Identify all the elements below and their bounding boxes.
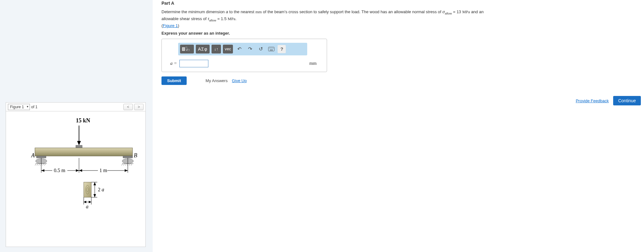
svg-rect-33 <box>84 182 91 197</box>
svg-point-53 <box>273 48 274 48</box>
continue-button[interactable]: Continue <box>613 96 641 105</box>
svg-point-51 <box>270 48 271 48</box>
svg-marker-43 <box>89 201 91 203</box>
point-b-label: B <box>134 152 137 159</box>
left-pane: Figure 1 of 1 < > 15 kN <box>0 0 153 252</box>
svg-text:√□: √□ <box>186 48 189 52</box>
svg-line-17 <box>123 164 125 165</box>
subscript-button[interactable]: ↓↑ <box>212 45 221 53</box>
svg-rect-3 <box>35 148 133 156</box>
svg-line-16 <box>121 164 123 165</box>
svg-line-7 <box>35 164 36 165</box>
answer-box: □√□ ΑΣφ ↓↑ vec ↶ ↷ ↺ ? a = mm <box>161 39 327 72</box>
templates-button[interactable]: □√□ <box>180 45 194 53</box>
svg-rect-13 <box>123 156 133 158</box>
svg-point-50 <box>269 48 270 48</box>
svg-line-9 <box>39 164 40 165</box>
svg-rect-2 <box>76 145 82 148</box>
figure-link[interactable]: Figure 1 <box>163 23 178 28</box>
dim-1m: 1 m <box>99 168 107 173</box>
force-label: 15 kN <box>76 117 90 124</box>
figure-header: Figure 1 of 1 < > <box>6 103 145 111</box>
submit-button[interactable]: Submit <box>161 76 187 85</box>
figure-body: 15 kN A <box>6 115 145 250</box>
svg-line-18 <box>125 164 127 165</box>
greek-button[interactable]: ΑΣφ <box>196 45 210 53</box>
figure-of-label: of 1 <box>31 105 37 109</box>
svg-rect-4 <box>37 156 46 158</box>
svg-marker-42 <box>84 201 86 203</box>
right-pane: Part A Determine the minimum dimension a… <box>153 0 644 85</box>
svg-line-12 <box>44 164 46 165</box>
svg-rect-54 <box>270 50 273 50</box>
undo-button[interactable]: ↶ <box>235 45 244 53</box>
svg-line-21 <box>131 164 132 165</box>
my-answers-link[interactable]: My Answers <box>206 78 228 83</box>
answer-var-label: a = <box>166 61 177 66</box>
svg-line-8 <box>37 164 38 165</box>
svg-marker-1 <box>77 141 81 145</box>
redo-button[interactable]: ↷ <box>246 45 254 53</box>
figure-panel: Figure 1 of 1 < > 15 kN <box>6 102 146 247</box>
give-up-link[interactable]: Give Up <box>232 78 247 83</box>
submit-row: Submit My Answers Give Up <box>161 76 644 85</box>
point-a-label: A <box>31 152 35 159</box>
svg-marker-30 <box>79 169 82 172</box>
svg-marker-26 <box>41 169 44 172</box>
vec-button[interactable]: vec <box>223 45 233 53</box>
svg-point-52 <box>272 48 272 48</box>
svg-rect-46 <box>182 48 185 51</box>
help-button[interactable]: ? <box>278 45 286 53</box>
answer-unit: mm <box>309 61 323 66</box>
keyboard-icon[interactable] <box>267 45 276 53</box>
part-title: Part A <box>161 0 644 6</box>
figure-selector[interactable]: Figure 1 <box>8 104 30 110</box>
equation-toolbar: □√□ ΑΣφ ↓↑ vec ↶ ↷ ↺ ? <box>178 43 307 55</box>
reset-button[interactable]: ↺ <box>256 45 265 53</box>
figure-svg: 15 kN A <box>13 115 139 215</box>
svg-line-20 <box>129 164 130 165</box>
figure-next-button[interactable]: > <box>134 104 144 110</box>
svg-rect-49 <box>268 47 274 51</box>
dim-a: a <box>86 204 88 209</box>
provide-feedback-link[interactable]: Provide Feedback <box>576 98 609 103</box>
answer-input[interactable] <box>179 60 208 67</box>
answer-row: a = mm <box>166 60 323 67</box>
svg-marker-37 <box>93 182 96 185</box>
figure-prev-button[interactable]: < <box>123 104 133 110</box>
svg-marker-38 <box>93 194 96 197</box>
problem-prompt: Determine the minimum dimension a to the… <box>161 9 495 29</box>
svg-line-11 <box>42 164 44 165</box>
dim-2a: 2 a <box>98 187 104 192</box>
svg-marker-27 <box>76 169 79 172</box>
express-instruction: Express your answer as an integer. <box>161 31 644 36</box>
footer-row: Provide Feedback Continue <box>576 96 641 105</box>
dim-05m: 0.5 m <box>54 168 65 173</box>
svg-marker-31 <box>125 169 128 172</box>
